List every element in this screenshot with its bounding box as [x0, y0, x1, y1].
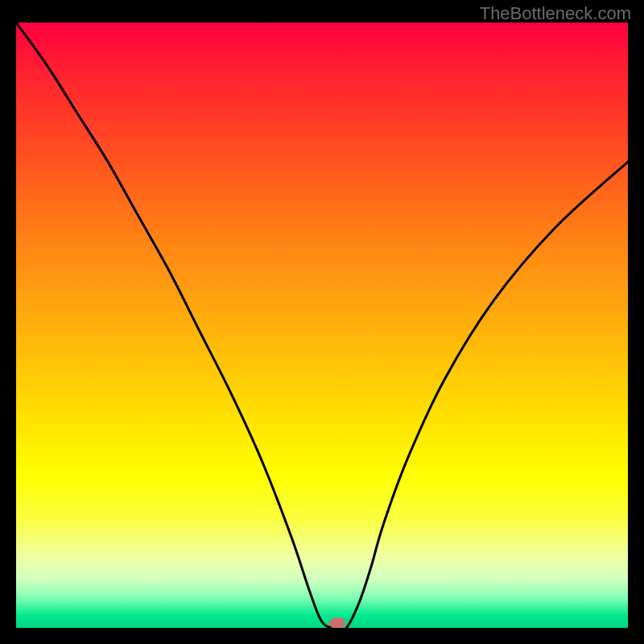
attribution-text: TheBottleneck.com [480, 3, 631, 24]
bottleneck-curve [16, 23, 628, 628]
chart-plot-area [16, 23, 628, 628]
optimum-marker [329, 618, 345, 629]
